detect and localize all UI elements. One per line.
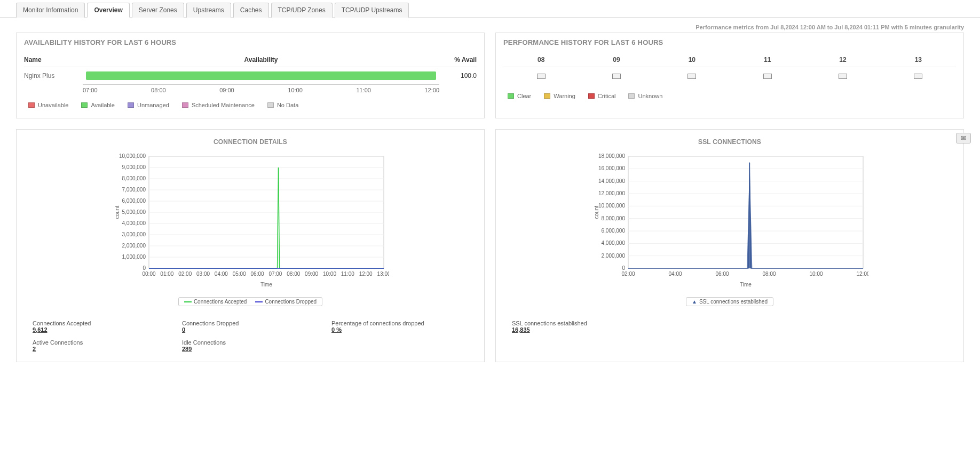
legend-unknown: Unknown xyxy=(628,93,662,99)
legend-connections-dropped: Connections Dropped xyxy=(255,299,317,305)
legend-connections-accepted: Connections Accepted xyxy=(184,299,247,305)
connection-stats: Connections Accepted 9,612 Connections D… xyxy=(24,309,477,354)
perf-hour: 11 xyxy=(764,56,771,63)
svg-text:11:00: 11:00 xyxy=(341,271,354,277)
ssl-stats: SSL connections established 16,835 xyxy=(503,309,956,335)
panel-title-availability: AVAILABILITY HISTORY FOR LAST 6 HOURS xyxy=(24,38,477,53)
svg-text:count: count xyxy=(594,206,599,219)
chart-connection-details: 01,000,0002,000,0003,000,0004,000,0005,0… xyxy=(112,151,389,290)
svg-text:18,000,000: 18,000,000 xyxy=(598,153,625,159)
legend-unavailable: Unavailable xyxy=(28,102,68,108)
email-report-icon[interactable]: ✉ xyxy=(956,133,971,143)
perf-status-icon[interactable] xyxy=(687,74,696,79)
col-name: Name xyxy=(24,56,83,63)
legend-no-data: No Data xyxy=(267,102,298,108)
svg-text:0: 0 xyxy=(143,265,146,271)
perf-status-icon[interactable] xyxy=(914,74,922,79)
legend-unmanaged: Unmanaged xyxy=(128,102,169,108)
svg-text:9,000,000: 9,000,000 xyxy=(122,164,146,170)
stat-connections-accepted: Connections Accepted 9,612 xyxy=(33,320,169,333)
svg-text:2,000,000: 2,000,000 xyxy=(122,243,146,249)
svg-text:4,000,000: 4,000,000 xyxy=(122,220,146,226)
svg-text:07:00: 07:00 xyxy=(268,271,282,277)
axis-tick: 07:00 xyxy=(83,87,98,93)
tab-monitor-information[interactable]: Monitor Information xyxy=(16,3,85,18)
tab-server-zones[interactable]: Server Zones xyxy=(132,3,184,18)
chart-legend-connection: Connections Accepted Connections Dropped xyxy=(178,297,322,306)
svg-text:6,000,000: 6,000,000 xyxy=(602,228,626,234)
tab-overview[interactable]: Overview xyxy=(87,3,129,18)
stat-idle-connections: Idle Connections 289 xyxy=(182,339,319,352)
chart-title-connection-details: CONNECTION DETAILS xyxy=(24,135,477,149)
availability-row-name: Nginx Plus xyxy=(24,72,83,79)
svg-text:4,000,000: 4,000,000 xyxy=(602,240,626,246)
perf-hour: 10 xyxy=(689,56,696,63)
svg-text:Time: Time xyxy=(260,282,272,288)
performance-hour-header: 08 09 10 11 12 13 xyxy=(503,53,956,67)
svg-text:08:00: 08:00 xyxy=(287,271,300,277)
svg-text:04:00: 04:00 xyxy=(215,271,228,277)
legend-critical: Critical xyxy=(588,93,616,99)
availability-table-header: Name Availability % Avail xyxy=(24,53,477,67)
legend-warning: Warning xyxy=(544,93,575,99)
svg-text:01:00: 01:00 xyxy=(160,271,173,277)
tab-upstreams[interactable]: Upstreams xyxy=(186,3,231,18)
chart-ssl-connections: 02,000,0004,000,0006,000,0008,000,00010,… xyxy=(591,151,868,290)
metrics-range-text: Performance metrics from Jul 8,2024 12:0… xyxy=(0,18,980,33)
stat-ssl-established: SSL connections established 16,835 xyxy=(512,320,947,333)
svg-rect-44 xyxy=(628,156,863,268)
svg-text:13:00: 13:00 xyxy=(377,271,389,277)
svg-text:3,000,000: 3,000,000 xyxy=(122,232,146,237)
stat-connections-dropped: Connections Dropped 0 xyxy=(182,320,319,333)
axis-tick: 10:00 xyxy=(288,87,303,93)
panel-performance: PERFORMANCE HISTORY FOR LAST 6 HOURS 08 … xyxy=(495,33,964,118)
stat-active-connections: Active Connections 2 xyxy=(33,339,169,352)
svg-text:6,000,000: 6,000,000 xyxy=(122,198,146,204)
svg-text:count: count xyxy=(114,206,120,219)
perf-status-icon[interactable] xyxy=(537,74,546,79)
svg-text:03:00: 03:00 xyxy=(196,271,210,277)
svg-text:10,000,000: 10,000,000 xyxy=(119,153,146,159)
perf-hour: 12 xyxy=(839,56,846,63)
svg-text:05:00: 05:00 xyxy=(233,271,246,277)
availability-bar xyxy=(86,71,436,80)
svg-text:0: 0 xyxy=(622,265,625,271)
tab-tcp-udp-zones[interactable]: TCP/UDP Zones xyxy=(271,3,333,18)
svg-text:Time: Time xyxy=(740,282,752,288)
svg-text:7,000,000: 7,000,000 xyxy=(122,187,146,193)
panel-ssl-connections: ✉ SSL CONNECTIONS 02,000,0004,000,0006,0… xyxy=(495,129,964,362)
svg-text:08:00: 08:00 xyxy=(762,271,776,277)
stat-pct-dropped: Percentage of connections dropped 0 % xyxy=(331,320,468,333)
performance-hour-icons xyxy=(503,67,956,82)
svg-text:16,000,000: 16,000,000 xyxy=(598,165,625,171)
perf-status-icon[interactable] xyxy=(763,74,772,79)
perf-hour: 09 xyxy=(613,56,620,63)
tab-bar: Monitor Information Overview Server Zone… xyxy=(0,0,980,18)
axis-tick: 09:00 xyxy=(219,87,234,93)
perf-status-icon[interactable] xyxy=(612,74,621,79)
legend-clear: Clear xyxy=(508,93,531,99)
panel-connection-details: CONNECTION DETAILS 01,000,0002,000,0003,… xyxy=(16,129,485,362)
svg-text:12:00: 12:00 xyxy=(856,271,868,277)
perf-status-icon[interactable] xyxy=(839,74,847,79)
axis-tick: 12:00 xyxy=(424,87,439,93)
chart-legend-ssl: ▲SSL connections established xyxy=(686,297,773,306)
chart-title-ssl: SSL CONNECTIONS xyxy=(503,135,956,149)
panel-availability: AVAILABILITY HISTORY FOR LAST 6 HOURS Na… xyxy=(16,33,485,118)
svg-text:12,000,000: 12,000,000 xyxy=(598,190,625,196)
axis-tick: 11:00 xyxy=(356,87,371,93)
tab-caches[interactable]: Caches xyxy=(233,3,269,18)
availability-time-axis: 07:00 08:00 09:00 10:00 11:00 12:00 xyxy=(83,84,439,93)
svg-text:14,000,000: 14,000,000 xyxy=(598,178,625,184)
legend-available: Available xyxy=(81,102,114,108)
legend-scheduled-maintenance: Scheduled Maintenance xyxy=(182,102,255,108)
svg-text:00:00: 00:00 xyxy=(142,271,155,277)
perf-hour: 13 xyxy=(915,56,922,63)
tab-tcp-udp-upstreams[interactable]: TCP/UDP Upstreams xyxy=(335,3,409,18)
axis-tick: 08:00 xyxy=(151,87,166,93)
svg-text:06:00: 06:00 xyxy=(251,271,264,277)
svg-text:10,000,000: 10,000,000 xyxy=(598,203,625,209)
panel-title-performance: PERFORMANCE HISTORY FOR LAST 6 HOURS xyxy=(503,38,956,53)
perf-hour: 08 xyxy=(538,56,544,63)
svg-text:06:00: 06:00 xyxy=(715,271,729,277)
